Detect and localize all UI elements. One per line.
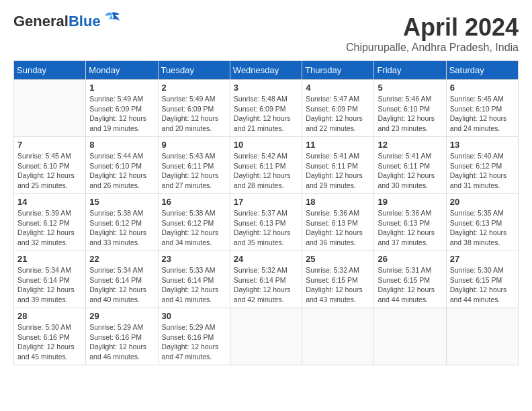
day-number: 27: [450, 254, 515, 264]
day-info: Sunrise: 5:38 AM Sunset: 6:12 PM Dayligh…: [89, 208, 154, 248]
day-number: 22: [89, 254, 154, 264]
calendar-cell: [230, 308, 302, 365]
calendar-cell: 20Sunrise: 5:35 AM Sunset: 6:13 PM Dayli…: [446, 194, 518, 251]
day-info: Sunrise: 5:46 AM Sunset: 6:10 PM Dayligh…: [378, 94, 442, 134]
day-info: Sunrise: 5:38 AM Sunset: 6:12 PM Dayligh…: [162, 208, 226, 248]
day-info: Sunrise: 5:40 AM Sunset: 6:12 PM Dayligh…: [450, 151, 515, 191]
calendar-cell: 25Sunrise: 5:32 AM Sunset: 6:15 PM Dayli…: [302, 251, 374, 308]
day-info: Sunrise: 5:33 AM Sunset: 6:14 PM Dayligh…: [162, 265, 226, 305]
calendar-cell: 14Sunrise: 5:39 AM Sunset: 6:12 PM Dayli…: [14, 194, 86, 251]
calendar-cell: [374, 308, 446, 365]
calendar-cell: 15Sunrise: 5:38 AM Sunset: 6:12 PM Dayli…: [86, 194, 158, 251]
calendar-cell: 3Sunrise: 5:48 AM Sunset: 6:09 PM Daylig…: [230, 80, 302, 137]
week-row-3: 14Sunrise: 5:39 AM Sunset: 6:12 PM Dayli…: [14, 194, 519, 251]
day-number: 3: [234, 83, 298, 93]
day-info: Sunrise: 5:44 AM Sunset: 6:10 PM Dayligh…: [89, 151, 154, 191]
calendar-cell: 10Sunrise: 5:42 AM Sunset: 6:11 PM Dayli…: [230, 137, 302, 194]
week-row-2: 7Sunrise: 5:45 AM Sunset: 6:10 PM Daylig…: [14, 137, 519, 194]
calendar-cell: 24Sunrise: 5:32 AM Sunset: 6:14 PM Dayli…: [230, 251, 302, 308]
day-info: Sunrise: 5:43 AM Sunset: 6:11 PM Dayligh…: [162, 151, 226, 191]
calendar-cell: 1Sunrise: 5:49 AM Sunset: 6:09 PM Daylig…: [86, 80, 158, 137]
day-info: Sunrise: 5:41 AM Sunset: 6:11 PM Dayligh…: [306, 151, 370, 191]
calendar-cell: 28Sunrise: 5:30 AM Sunset: 6:16 PM Dayli…: [14, 308, 86, 365]
day-number: 7: [17, 140, 82, 150]
calendar-cell: 13Sunrise: 5:40 AM Sunset: 6:12 PM Dayli…: [446, 137, 518, 194]
day-info: Sunrise: 5:36 AM Sunset: 6:13 PM Dayligh…: [306, 208, 370, 248]
calendar-cell: 23Sunrise: 5:33 AM Sunset: 6:14 PM Dayli…: [158, 251, 230, 308]
day-info: Sunrise: 5:47 AM Sunset: 6:09 PM Dayligh…: [306, 94, 370, 134]
day-number: 24: [234, 254, 298, 264]
title-area: April 2024 Chipurupalle, Andhra Pradesh,…: [346, 13, 519, 54]
weekday-header-saturday: Saturday: [446, 61, 518, 80]
weekday-header-sunday: Sunday: [14, 61, 86, 80]
day-number: 2: [162, 83, 226, 93]
calendar-cell: [446, 308, 518, 365]
day-number: 25: [306, 254, 370, 264]
day-info: Sunrise: 5:37 AM Sunset: 6:13 PM Dayligh…: [234, 208, 298, 248]
day-number: 19: [378, 197, 442, 207]
day-number: 17: [234, 197, 298, 207]
calendar-cell: 9Sunrise: 5:43 AM Sunset: 6:11 PM Daylig…: [158, 137, 230, 194]
day-info: Sunrise: 5:31 AM Sunset: 6:15 PM Dayligh…: [378, 265, 442, 305]
calendar-cell: [302, 308, 374, 365]
day-number: 13: [450, 140, 515, 150]
day-number: 16: [162, 197, 226, 207]
day-info: Sunrise: 5:39 AM Sunset: 6:12 PM Dayligh…: [17, 208, 82, 248]
day-number: 12: [378, 140, 442, 150]
day-number: 29: [89, 311, 154, 321]
day-number: 21: [17, 254, 82, 264]
weekday-header-tuesday: Tuesday: [158, 61, 230, 80]
calendar-cell: 7Sunrise: 5:45 AM Sunset: 6:10 PM Daylig…: [14, 137, 86, 194]
weekday-header-wednesday: Wednesday: [230, 61, 302, 80]
calendar-cell: 26Sunrise: 5:31 AM Sunset: 6:15 PM Dayli…: [374, 251, 446, 308]
calendar-cell: 12Sunrise: 5:41 AM Sunset: 6:11 PM Dayli…: [374, 137, 446, 194]
day-info: Sunrise: 5:30 AM Sunset: 6:16 PM Dayligh…: [17, 322, 82, 362]
calendar-cell: 17Sunrise: 5:37 AM Sunset: 6:13 PM Dayli…: [230, 194, 302, 251]
day-number: 15: [89, 197, 154, 207]
day-info: Sunrise: 5:45 AM Sunset: 6:10 PM Dayligh…: [17, 151, 82, 191]
day-info: Sunrise: 5:29 AM Sunset: 6:16 PM Dayligh…: [162, 322, 226, 362]
week-row-5: 28Sunrise: 5:30 AM Sunset: 6:16 PM Dayli…: [14, 308, 519, 365]
day-number: 1: [89, 83, 154, 93]
month-title: April 2024: [346, 13, 519, 42]
weekday-header-row: SundayMondayTuesdayWednesdayThursdayFrid…: [14, 61, 519, 80]
day-info: Sunrise: 5:42 AM Sunset: 6:11 PM Dayligh…: [234, 151, 298, 191]
day-number: 6: [450, 83, 515, 93]
day-info: Sunrise: 5:32 AM Sunset: 6:15 PM Dayligh…: [306, 265, 370, 305]
calendar-cell: 27Sunrise: 5:30 AM Sunset: 6:15 PM Dayli…: [446, 251, 518, 308]
calendar-cell: 11Sunrise: 5:41 AM Sunset: 6:11 PM Dayli…: [302, 137, 374, 194]
day-info: Sunrise: 5:35 AM Sunset: 6:13 PM Dayligh…: [450, 208, 515, 248]
calendar-cell: 2Sunrise: 5:49 AM Sunset: 6:09 PM Daylig…: [158, 80, 230, 137]
logo: GeneralBlue: [13, 13, 121, 30]
day-number: 18: [306, 197, 370, 207]
header: GeneralBlue April 2024 Chipurupalle, And…: [13, 13, 519, 54]
location-title: Chipurupalle, Andhra Pradesh, India: [346, 42, 519, 54]
calendar-cell: 18Sunrise: 5:36 AM Sunset: 6:13 PM Dayli…: [302, 194, 374, 251]
calendar-cell: [14, 80, 86, 137]
day-number: 30: [162, 311, 226, 321]
day-number: 26: [378, 254, 442, 264]
calendar-cell: 8Sunrise: 5:44 AM Sunset: 6:10 PM Daylig…: [86, 137, 158, 194]
calendar-cell: 6Sunrise: 5:45 AM Sunset: 6:10 PM Daylig…: [446, 80, 518, 137]
calendar-cell: 21Sunrise: 5:34 AM Sunset: 6:14 PM Dayli…: [14, 251, 86, 308]
weekday-header-thursday: Thursday: [302, 61, 374, 80]
day-number: 10: [234, 140, 298, 150]
day-info: Sunrise: 5:34 AM Sunset: 6:14 PM Dayligh…: [89, 265, 154, 305]
day-info: Sunrise: 5:32 AM Sunset: 6:14 PM Dayligh…: [234, 265, 298, 305]
calendar-cell: 30Sunrise: 5:29 AM Sunset: 6:16 PM Dayli…: [158, 308, 230, 365]
day-number: 9: [162, 140, 226, 150]
day-info: Sunrise: 5:49 AM Sunset: 6:09 PM Dayligh…: [89, 94, 154, 134]
day-number: 8: [89, 140, 154, 150]
week-row-1: 1Sunrise: 5:49 AM Sunset: 6:09 PM Daylig…: [14, 80, 519, 137]
calendar-cell: 29Sunrise: 5:29 AM Sunset: 6:16 PM Dayli…: [86, 308, 158, 365]
day-number: 23: [162, 254, 226, 264]
calendar-cell: 19Sunrise: 5:36 AM Sunset: 6:13 PM Dayli…: [374, 194, 446, 251]
day-number: 20: [450, 197, 515, 207]
calendar-cell: 22Sunrise: 5:34 AM Sunset: 6:14 PM Dayli…: [86, 251, 158, 308]
logo-text: GeneralBlue: [13, 13, 101, 30]
calendar-cell: 5Sunrise: 5:46 AM Sunset: 6:10 PM Daylig…: [374, 80, 446, 137]
day-info: Sunrise: 5:48 AM Sunset: 6:09 PM Dayligh…: [234, 94, 298, 134]
calendar-cell: 16Sunrise: 5:38 AM Sunset: 6:12 PM Dayli…: [158, 194, 230, 251]
day-info: Sunrise: 5:41 AM Sunset: 6:11 PM Dayligh…: [378, 151, 442, 191]
day-number: 28: [17, 311, 82, 321]
